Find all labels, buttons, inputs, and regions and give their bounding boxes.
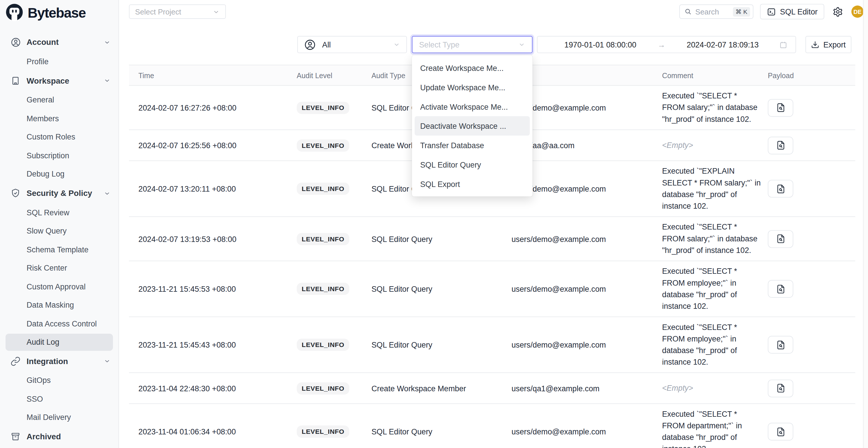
sidebar-item-label: Custom Roles	[27, 132, 75, 141]
row-actor: users/demo@example.com	[512, 234, 662, 244]
date-from-value[interactable]: 1970-01-01 08:00:00	[545, 40, 655, 49]
bytebase-app: Bytebase AccountProfileWorkspaceGeneralM…	[0, 0, 868, 448]
type-option-update-workspace-me[interactable]: Update Workspace Me...	[414, 77, 530, 97]
gear-icon[interactable]	[833, 6, 843, 17]
sidebar-item-label: Mail Delivery	[27, 413, 71, 422]
sidebar-item-general[interactable]: General	[0, 91, 118, 109]
actor-filter-select[interactable]: All	[297, 36, 407, 53]
sidebar-item-sql-review[interactable]: SQL Review	[0, 203, 118, 222]
row-comment: <Empty>	[662, 378, 768, 398]
type-option-sql-editor-query[interactable]: SQL Editor Query	[414, 155, 530, 174]
sidebar-item-risk-center[interactable]: Risk Center	[0, 259, 118, 277]
payload-view-button[interactable]	[768, 180, 793, 197]
payload-view-button[interactable]	[768, 379, 793, 397]
sidebar-item-label: Subscription	[27, 151, 69, 160]
row-comment: Executed `"SELECT * FROM employee;"` in …	[662, 261, 768, 316]
sidebar-item-profile[interactable]: Profile	[0, 52, 118, 71]
sidebar-item-label: Debug Log	[27, 169, 65, 179]
row-audit-level: LEVEL_INFO	[297, 382, 371, 394]
link-icon	[10, 355, 21, 366]
sidebar: Bytebase AccountProfileWorkspaceGeneralM…	[0, 0, 119, 448]
sql-editor-button[interactable]: SQL Editor	[760, 4, 824, 20]
project-select[interactable]: Select Project	[129, 4, 226, 19]
type-option-activate-workspace-me[interactable]: Activate Workspace Me...	[414, 97, 530, 116]
sidebar-item-label: Custom Approval	[27, 282, 86, 291]
payload-view-button[interactable]	[768, 280, 793, 297]
shield-check-icon	[10, 188, 21, 198]
sidebar-item-subscription[interactable]: Subscription	[0, 146, 118, 165]
sidebar-item-gitops[interactable]: GitOps	[0, 371, 118, 389]
row-time: 2023-11-04 22:48:30 +08:00	[129, 384, 297, 393]
type-filter-placeholder: Select Type	[419, 40, 459, 49]
row-payload	[768, 230, 846, 248]
type-option-create-workspace-me[interactable]: Create Workspace Me...	[414, 58, 530, 77]
sidebar-item-label: Data Masking	[27, 301, 74, 310]
chevron-down-icon	[213, 8, 220, 15]
payload-view-button[interactable]	[768, 136, 793, 154]
table-row: 2024-02-07 13:19:53 +08:00LEVEL_INFOSQL …	[129, 217, 855, 261]
sidebar-item-slow-query[interactable]: Slow Query	[0, 222, 118, 240]
type-option-sql-export[interactable]: SQL Export	[414, 174, 530, 194]
sidebar-item-members[interactable]: Members	[0, 109, 118, 128]
sidebar-item-label: Risk Center	[27, 264, 67, 273]
table-row: 2023-11-21 15:45:53 +08:00LEVEL_INFOSQL …	[129, 261, 855, 317]
payload-view-button[interactable]	[768, 230, 793, 248]
chevron-down-icon	[104, 77, 111, 84]
sidebar-item-label: Data Access Control	[27, 319, 97, 328]
sidebar-item-custom-approval[interactable]: Custom Approval	[0, 277, 118, 296]
col-header-level: Audit Level	[297, 71, 371, 79]
page-scrollbar[interactable]	[863, 0, 868, 448]
sidebar-item-label: SSO	[27, 394, 43, 404]
archive-icon	[10, 431, 21, 442]
topbar: Select Project Search ⌘ K SQL Editor	[120, 0, 868, 21]
sidebar-item-debug-log[interactable]: Debug Log	[0, 165, 118, 183]
sidebar-section-security-policy[interactable]: Security & Policy	[0, 183, 118, 203]
sidebar-section-integration[interactable]: Integration	[0, 351, 118, 371]
sidebar-item-label: Audit Log	[27, 338, 59, 346]
row-comment: Executed `"SELECT * FROM employee;"` in …	[662, 317, 768, 373]
sidebar-item-mail-delivery[interactable]: Mail Delivery	[0, 408, 118, 426]
bytebase-logo[interactable]: Bytebase	[0, 0, 118, 23]
payload-view-button[interactable]	[768, 336, 793, 354]
sidebar-section-label: Archived	[27, 432, 61, 441]
row-payload	[768, 336, 846, 354]
row-actor: users/demo@example.com	[512, 340, 662, 349]
sidebar-item-data-masking[interactable]: Data Masking	[0, 296, 118, 314]
row-time: 2023-11-04 01:06:34 +08:00	[129, 427, 297, 436]
user-circle-icon	[304, 38, 316, 51]
sidebar-section-label: Security & Policy	[27, 189, 92, 198]
sidebar-item-schema-template[interactable]: Schema Template	[0, 240, 118, 259]
row-comment: Executed `"SELECT * FROM department;"` i…	[662, 404, 768, 448]
date-range-picker[interactable]: 1970-01-01 08:00:00 → 2024-02-07 18:09:1…	[537, 36, 796, 53]
col-header-time: Time	[129, 71, 297, 79]
row-audit-type: SQL Editor Query	[371, 340, 512, 349]
user-circle-icon	[10, 36, 21, 47]
search-input[interactable]: Search ⌘ K	[679, 4, 753, 19]
row-payload	[768, 379, 846, 397]
export-button[interactable]: Export	[805, 36, 851, 53]
sidebar-section-account[interactable]: Account	[0, 32, 118, 52]
sidebar-section-workspace[interactable]: Workspace	[0, 71, 118, 91]
terminal-icon	[767, 7, 776, 17]
sidebar-item-label: Members	[27, 114, 59, 123]
sidebar-item-label: Schema Template	[27, 245, 89, 254]
type-option-deactivate-workspace[interactable]: Deactivate Workspace ...	[414, 116, 530, 136]
download-icon	[811, 40, 820, 49]
date-to-value[interactable]: 2024-02-07 18:09:13	[668, 40, 778, 49]
sidebar-item-audit-log[interactable]: Audit Log	[5, 333, 113, 350]
audit-log-filterbar: All Select Type 1970-01-01 08:00:00 → 20…	[120, 36, 868, 53]
payload-view-button[interactable]	[768, 99, 793, 116]
sidebar-item-sso[interactable]: SSO	[0, 389, 118, 408]
row-time: 2023-11-21 15:45:53 +08:00	[129, 285, 297, 293]
row-audit-type: SQL Editor Query	[371, 285, 512, 293]
payload-view-button[interactable]	[768, 423, 793, 441]
sidebar-item-data-access-control[interactable]: Data Access Control	[0, 314, 118, 333]
type-filter-select[interactable]: Select Type	[412, 36, 533, 53]
chevron-down-icon	[104, 190, 111, 197]
export-label: Export	[824, 40, 846, 49]
sidebar-item-custom-roles[interactable]: Custom Roles	[0, 128, 118, 146]
sidebar-section-archived[interactable]: Archived	[0, 426, 118, 447]
type-option-transfer-database[interactable]: Transfer Database	[414, 135, 530, 155]
avatar[interactable]: DE	[851, 5, 864, 18]
building-icon	[10, 75, 21, 86]
